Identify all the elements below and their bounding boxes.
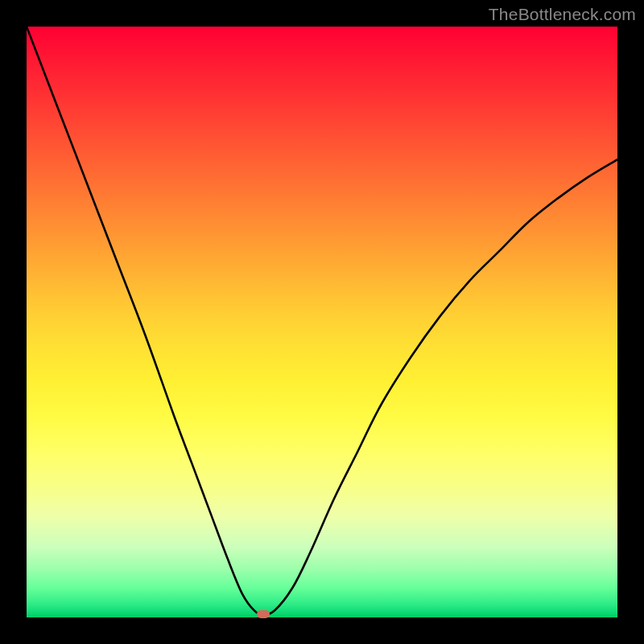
optimum-marker [257,610,270,618]
chart-frame: TheBottleneck.com [0,0,644,644]
bottleneck-curve [27,27,617,617]
watermark-text: TheBottleneck.com [489,5,636,24]
